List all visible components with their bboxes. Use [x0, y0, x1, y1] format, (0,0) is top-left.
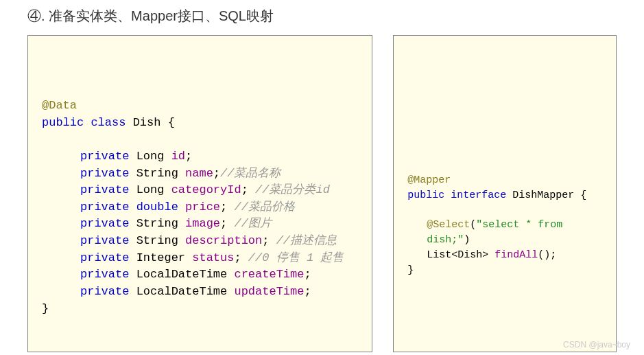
comment: //菜品名称	[220, 167, 281, 180]
field-name: description	[185, 234, 262, 247]
annotation: @Mapper	[407, 174, 451, 186]
field-name: updateTime	[234, 285, 304, 298]
semi: ;	[185, 150, 192, 163]
field-type: LocalDateTime	[136, 285, 228, 298]
keyword-public: public	[42, 116, 84, 129]
keyword-class: class	[91, 116, 126, 129]
method-line: List<Dish> findAll();	[407, 248, 602, 263]
field-name: createTime	[234, 268, 304, 281]
semi: ;	[304, 285, 311, 298]
field-line: private String image; //图片	[42, 216, 358, 233]
field-type: double	[136, 201, 178, 214]
field-line: private LocalDateTime updateTime;	[42, 284, 358, 301]
entity-code-panel: @Data public class Dish { private Long i…	[27, 35, 372, 352]
semi: ;	[220, 201, 227, 214]
watermark: CSDN @java~boy	[563, 340, 630, 350]
field-line: private String name;//菜品名称	[42, 165, 358, 183]
annotation-line: @Data	[42, 98, 358, 115]
comment: //0 停售 1 起售	[241, 251, 344, 264]
semi: ;	[262, 234, 269, 247]
field-line: private String description; //描述信息	[42, 233, 358, 250]
paren-close: )	[464, 234, 470, 246]
method-name: findAll	[494, 249, 538, 261]
keyword-private: private	[80, 251, 129, 264]
select-annotation: @Select	[427, 219, 470, 231]
field-line: private LocalDateTime createTime;	[42, 266, 358, 284]
comment: //图片	[227, 217, 272, 230]
method-tail: ();	[538, 249, 556, 261]
field-type: String	[136, 234, 178, 247]
interface-decl-line: public interface DishMapper {	[407, 188, 602, 203]
keyword-private: private	[80, 217, 129, 230]
field-name: price	[185, 201, 220, 214]
class-name: Dish {	[133, 116, 175, 129]
comment: //菜品价格	[227, 201, 295, 214]
keyword-private: private	[80, 201, 129, 214]
keyword-interface: interface	[451, 190, 506, 201]
close-brace: }	[42, 301, 358, 318]
annotation-line: @Mapper	[407, 173, 602, 188]
code-panels: @Data public class Dish { private Long i…	[0, 35, 644, 352]
paren-open: (	[470, 219, 476, 231]
field-line: private double price; //菜品价格	[42, 199, 358, 216]
field-name: image	[185, 217, 220, 230]
field-type: String	[136, 217, 178, 230]
section-title: ④. 准备实体类、Mapper接口、SQL映射	[0, 0, 644, 35]
interface-name: DishMapper {	[512, 190, 586, 201]
field-line: private Long categoryId; //菜品分类id	[42, 182, 358, 199]
semi: ;	[220, 217, 227, 230]
semi: ;	[234, 251, 241, 264]
field-type: LocalDateTime	[136, 268, 228, 281]
field-type: Long	[136, 183, 165, 196]
select-line: @Select("select * from dish;")	[407, 218, 602, 248]
keyword-private: private	[80, 268, 129, 281]
semi: ;	[241, 183, 248, 196]
return-type: List<Dish>	[427, 249, 488, 261]
mapper-code-panel: @Mapper public interface DishMapper { @S…	[393, 35, 617, 352]
class-decl-line: public class Dish {	[42, 115, 358, 132]
semi: ;	[213, 167, 220, 180]
keyword-public: public	[407, 190, 444, 201]
keyword-private: private	[80, 150, 129, 163]
keyword-private: private	[80, 183, 129, 196]
field-type: String	[136, 167, 178, 180]
comment: //菜品分类id	[248, 183, 330, 196]
close-brace: }	[407, 263, 602, 278]
keyword-private: private	[80, 234, 129, 247]
keyword-private: private	[80, 167, 129, 180]
comment: //描述信息	[269, 234, 337, 247]
field-name: categoryId	[171, 183, 241, 196]
field-type: Long	[136, 150, 165, 163]
semi: ;	[304, 268, 311, 281]
keyword-private: private	[80, 285, 129, 298]
annotation: @Data	[42, 99, 77, 112]
field-line: private Long id;	[42, 148, 358, 165]
field-name: id	[171, 150, 185, 163]
field-type: Integer	[136, 251, 185, 264]
field-line: private Integer status; //0 停售 1 起售	[42, 250, 358, 267]
field-name: name	[185, 167, 213, 180]
field-name: status	[192, 251, 234, 264]
